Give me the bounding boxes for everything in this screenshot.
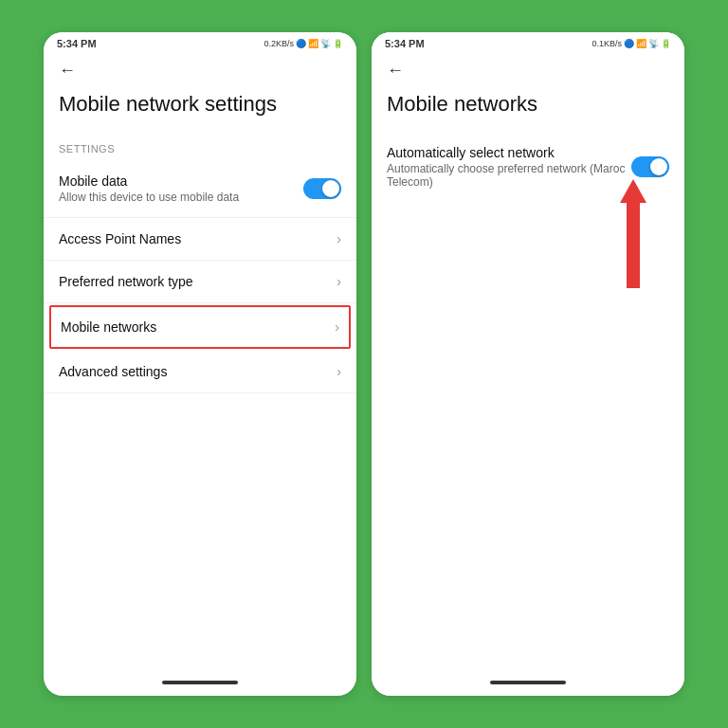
status-time-right: 5:34 PM [385,38,425,49]
advanced-chevron: › [337,364,341,379]
mobile-networks-title: Mobile networks [61,319,327,335]
page-title-left: Mobile network settings [44,84,356,132]
auto-select-title: Automatically select network [387,145,631,160]
mobile-data-title: Mobile data [59,173,303,189]
settings-item-network-type[interactable]: Preferred network type › [44,261,356,303]
settings-item-auto-select[interactable]: Automatically select network Automatical… [372,132,684,202]
mobile-networks-chevron: › [335,319,339,335]
auto-select-content: Automatically select network Automatical… [387,145,631,189]
network-type-chevron: › [337,274,341,289]
mobile-data-subtitle: Allow this device to use mobile data [59,191,303,204]
signal-icon-right: 📶 [636,39,646,48]
advanced-content: Advanced settings [59,364,329,379]
speed-indicator-left: 0.2KB/s [264,39,294,48]
left-phone-screen: 5:34 PM 0.2KB/s 🔵 📶 📡 🔋 ← Mobile network… [44,32,356,696]
auto-select-subtitle: Automatically choose preferred network (… [387,162,631,189]
wifi-icon-right: 📡 [648,39,659,48]
apn-title: Access Point Names [59,231,329,246]
battery-icon: 🔋 [333,39,343,48]
settings-item-mobile-networks[interactable]: Mobile networks › [49,305,351,349]
settings-list-right: Automatically select network Automatical… [372,132,684,673]
home-indicator-right [372,673,684,696]
apn-chevron: › [337,231,341,246]
settings-list-left: Mobile data Allow this device to use mob… [44,160,356,673]
settings-item-apn[interactable]: Access Point Names › [44,218,356,261]
page-title-right: Mobile networks [372,84,684,132]
status-icons-right: 0.1KB/s 🔵 📶 📡 🔋 [592,39,671,48]
status-icons-left: 0.2KB/s 🔵 📶 📡 🔋 [264,39,343,48]
home-indicator-left [44,673,356,696]
apn-content: Access Point Names [59,231,329,246]
network-type-title: Preferred network type [59,274,329,289]
home-bar-left [162,681,238,684]
signal-icon: 📶 [308,39,318,48]
status-bar-right: 5:34 PM 0.1KB/s 🔵 📶 📡 🔋 [372,32,684,53]
mobile-networks-content: Mobile networks [61,319,327,335]
back-button-left[interactable]: ← [44,53,356,84]
network-type-content: Preferred network type [59,274,329,289]
bluetooth-icon-right: 🔵 [624,39,634,48]
settings-item-advanced[interactable]: Advanced settings › [44,351,356,393]
home-bar-right [490,681,566,684]
advanced-title: Advanced settings [59,364,329,379]
right-phone-screen: 5:34 PM 0.1KB/s 🔵 📶 📡 🔋 ← Mobile network… [372,32,684,696]
auto-select-toggle[interactable] [631,156,669,177]
status-bar-left: 5:34 PM 0.2KB/s 🔵 📶 📡 🔋 [44,32,356,53]
status-time-left: 5:34 PM [57,38,97,49]
settings-item-mobile-data[interactable]: Mobile data Allow this device to use mob… [44,160,356,218]
bluetooth-icon: 🔵 [296,39,306,48]
wifi-icon: 📡 [320,39,331,48]
battery-icon-right: 🔋 [661,39,671,48]
section-label-settings: SETTINGS [44,132,356,160]
mobile-data-toggle[interactable] [303,178,341,199]
mobile-data-content: Mobile data Allow this device to use mob… [59,173,303,204]
speed-indicator-right: 0.1KB/s [592,39,622,48]
back-button-right[interactable]: ← [372,53,684,84]
right-panel-inner: 5:34 PM 0.1KB/s 🔵 📶 📡 🔋 ← Mobile network… [372,32,684,696]
